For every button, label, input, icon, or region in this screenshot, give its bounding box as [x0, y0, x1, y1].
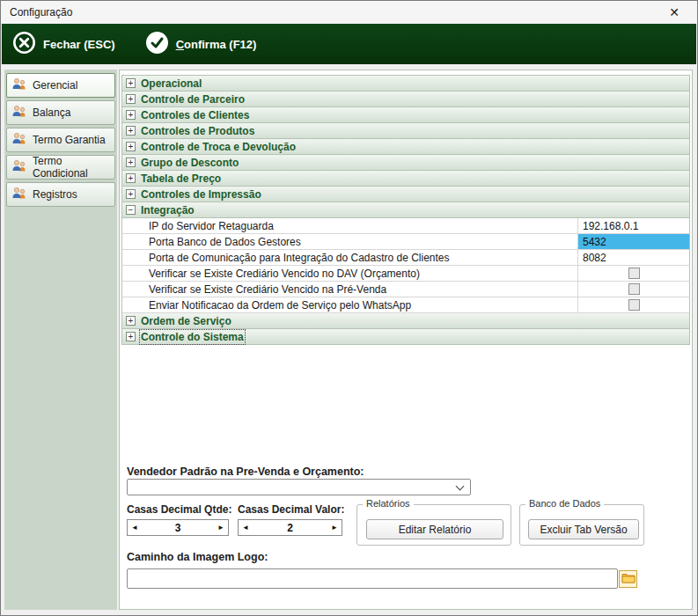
- section-label: Controles de Impressão: [141, 188, 261, 201]
- row-porta-comunicacao: Porta de Comunicação para Integração do …: [121, 250, 690, 266]
- porta-comunicacao-value[interactable]: 8082: [578, 250, 689, 265]
- caminho-input[interactable]: [127, 568, 618, 589]
- check-circle-icon: [145, 31, 169, 57]
- section-label: Controle de Parceiro: [141, 93, 245, 106]
- section-header-grupo-de-desconto[interactable]: + Grupo de Desconto: [121, 155, 690, 171]
- decrement-arrow-icon[interactable]: ◄: [128, 524, 142, 532]
- titlebar: Configuração ✕: [1, 1, 697, 24]
- section-header-controle-de-troca[interactable]: + Controle de Troca e Devolução: [121, 139, 690, 155]
- whatsapp-checkbox[interactable]: [628, 299, 640, 311]
- chevron-down-icon: [456, 482, 465, 491]
- relatorios-group-label: Relatórios: [363, 498, 414, 509]
- configuracao-window: Configuração ✕ Fechar (ESC) Confirma (F1…: [0, 0, 698, 616]
- sidebar-item-gerencial[interactable]: Gerencial: [6, 73, 115, 98]
- section-label: Operacional: [141, 77, 202, 90]
- decrement-arrow-icon[interactable]: ◄: [239, 524, 253, 532]
- section-label: Grupo de Desconto: [141, 157, 239, 169]
- setting-label: Verificar se Existe Crediário Vencido no…: [122, 266, 578, 281]
- users-icon: [11, 187, 27, 202]
- collapse-icon[interactable]: −: [126, 205, 136, 215]
- expand-icon[interactable]: +: [126, 126, 136, 136]
- increment-arrow-icon[interactable]: ►: [214, 524, 228, 532]
- section-header-controles-de-produtos[interactable]: + Controles de Produtos: [121, 123, 690, 139]
- section-header-tabela-de-preco[interactable]: + Tabela de Preço: [121, 171, 690, 187]
- section-label: Controle de Troca e Devolução: [141, 141, 296, 153]
- section-header-ordem-de-servico[interactable]: + Ordem de Serviço: [121, 313, 690, 329]
- expand-icon[interactable]: +: [126, 110, 136, 120]
- sidebar-item-label: Gerencial: [33, 79, 77, 92]
- sidebar-item-termo-condicional[interactable]: Termo Condicional: [6, 155, 115, 180]
- folder-browse-button[interactable]: [619, 570, 637, 588]
- qtde-label: Casas Decimal Qtde:: [127, 503, 231, 516]
- toolbar: Fechar (ESC) Confirma (F12): [2, 24, 696, 64]
- setting-label: Porta Banco de Dados Gestores: [122, 234, 578, 249]
- users-icon: [11, 77, 27, 93]
- qtde-value: 3: [142, 522, 214, 534]
- vendedor-select[interactable]: [127, 479, 471, 495]
- sidebar-item-label: Termo Garantia: [33, 134, 106, 146]
- row-crediario-dav: Verificar se Existe Crediário Vencido no…: [121, 266, 690, 282]
- section-header-controles-de-clientes[interactable]: + Controles de Clientes: [121, 107, 690, 123]
- fechar-label: Fechar (ESC): [43, 38, 115, 51]
- section-header-controles-de-impressao[interactable]: + Controles de Impressão: [121, 187, 690, 202]
- valor-value: 2: [253, 522, 327, 534]
- section-label: Integração: [141, 204, 195, 216]
- editar-relatorio-button[interactable]: Editar Relatório: [366, 519, 503, 539]
- banco-group-label: Banco de Dados: [525, 498, 604, 509]
- settings-tree: + Operacional + Controle de Parceiro + C…: [121, 75, 690, 345]
- setting-label: Porta de Comunicação para Integração do …: [122, 250, 578, 265]
- row-porta-gestores: Porta Banco de Dados Gestores 5432: [121, 234, 690, 250]
- valor-stepper[interactable]: ◄ 2 ►: [238, 519, 342, 536]
- excluir-tab-versao-button[interactable]: Excluir Tab Versão: [528, 519, 639, 539]
- confirma-label: Confirma (F12): [176, 38, 257, 51]
- relatorios-group: Relatórios Editar Relatório: [356, 504, 511, 546]
- expand-icon[interactable]: +: [126, 142, 136, 151]
- expand-icon[interactable]: +: [126, 173, 136, 183]
- expand-icon[interactable]: +: [126, 78, 136, 88]
- sidebar: Gerencial Balança: [4, 70, 117, 610]
- expand-icon[interactable]: +: [126, 189, 136, 199]
- section-header-controle-de-parceiro[interactable]: + Controle de Parceiro: [121, 92, 690, 107]
- ip-servidor-value[interactable]: 192.168.0.1: [578, 218, 689, 233]
- fechar-button[interactable]: Fechar (ESC): [12, 31, 115, 57]
- section-label: Controle do Sistema: [141, 331, 244, 343]
- close-circle-icon: [12, 31, 36, 57]
- expand-icon[interactable]: +: [126, 94, 136, 104]
- section-label: Controles de Clientes: [141, 109, 249, 121]
- confirma-button[interactable]: Confirma (F12): [145, 31, 257, 57]
- sidebar-item-registros[interactable]: Registros: [6, 182, 115, 207]
- expand-icon[interactable]: +: [126, 158, 136, 167]
- users-icon: [11, 105, 27, 121]
- row-ip-servidor: IP do Servidor Retaguarda 192.168.0.1: [121, 218, 690, 234]
- sidebar-item-label: Balança: [33, 106, 70, 119]
- section-header-operacional[interactable]: + Operacional: [121, 76, 690, 92]
- folder-icon: [621, 572, 636, 586]
- porta-gestores-value[interactable]: 5432: [578, 234, 689, 249]
- section-label: Tabela de Preço: [141, 172, 221, 185]
- section-label: Controles de Produtos: [141, 125, 254, 137]
- sidebar-item-termo-garantia[interactable]: Termo Garantia: [6, 128, 115, 152]
- setting-label: IP do Servidor Retaguarda: [122, 218, 578, 233]
- setting-label: Enviar Notificacao da Ordem de Serviço p…: [122, 297, 578, 312]
- section-header-integracao[interactable]: − Integração: [121, 202, 690, 218]
- crediario-pre-venda-checkbox[interactable]: [628, 283, 640, 295]
- row-whatsapp: Enviar Notificacao da Ordem de Serviço p…: [121, 297, 690, 313]
- increment-arrow-icon[interactable]: ►: [327, 524, 342, 532]
- expand-icon[interactable]: +: [126, 332, 136, 341]
- sidebar-item-label: Termo Condicional: [33, 155, 110, 180]
- users-icon: [11, 132, 27, 148]
- qtde-stepper[interactable]: ◄ 3 ►: [127, 519, 229, 536]
- banco-de-dados-group: Banco de Dados Excluir Tab Versão: [519, 504, 644, 546]
- caminho-label: Caminho da Imagem Logo:: [127, 551, 268, 563]
- sidebar-item-label: Registros: [33, 188, 77, 201]
- row-crediario-pre-venda: Verificar se Existe Crediário Vencido na…: [121, 282, 690, 297]
- users-icon: [11, 159, 27, 175]
- content-panel: + Operacional + Controle de Parceiro + C…: [119, 70, 693, 610]
- vendedor-label: Vendedor Padrão na Pre-Venda e Orçamento…: [127, 466, 364, 478]
- section-label: Ordem de Serviço: [141, 315, 231, 327]
- crediario-dav-checkbox[interactable]: [628, 268, 640, 279]
- sidebar-item-balanca[interactable]: Balança: [6, 100, 115, 125]
- window-close-button[interactable]: ✕: [660, 5, 688, 19]
- section-header-controle-do-sistema[interactable]: + Controle do Sistema: [121, 329, 690, 345]
- expand-icon[interactable]: +: [126, 316, 136, 326]
